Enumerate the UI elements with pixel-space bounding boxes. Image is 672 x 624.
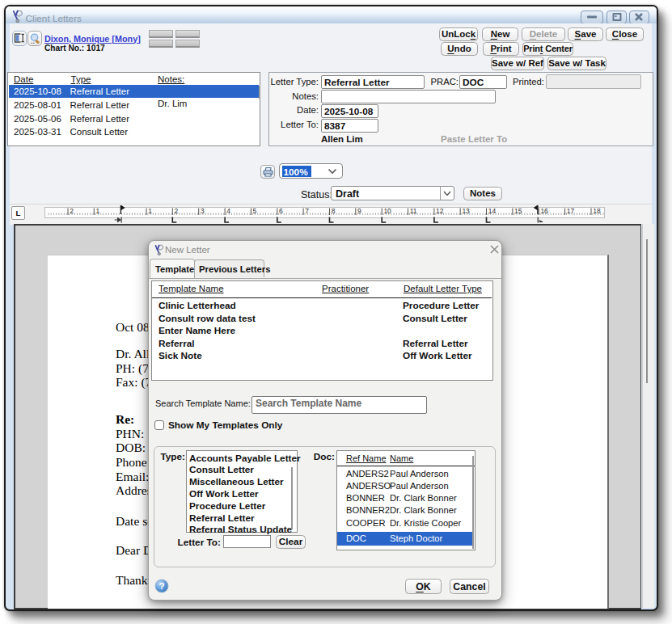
svg-text:10: 10: [383, 207, 391, 215]
svg-text:2: 2: [175, 207, 179, 215]
svg-text:6: 6: [279, 207, 283, 215]
svg-text:7: 7: [305, 207, 309, 215]
svg-text:2: 2: [70, 207, 74, 215]
svg-text:16: 16: [540, 207, 548, 215]
svg-text:8: 8: [332, 207, 336, 215]
svg-text:15: 15: [514, 207, 522, 215]
svg-text:18: 18: [593, 207, 601, 215]
svg-text:11: 11: [410, 207, 417, 215]
svg-text:17: 17: [567, 207, 575, 215]
svg-text:1: 1: [148, 207, 152, 215]
svg-text:1: 1: [96, 207, 100, 215]
svg-text:5: 5: [253, 207, 257, 215]
svg-text:4: 4: [226, 207, 230, 215]
svg-text:14: 14: [488, 207, 497, 215]
svg-text:13: 13: [462, 207, 470, 215]
svg-text:12: 12: [436, 207, 444, 215]
svg-text:9: 9: [357, 207, 361, 215]
svg-text:3: 3: [201, 207, 205, 215]
svg-text:?: ?: [159, 581, 165, 591]
